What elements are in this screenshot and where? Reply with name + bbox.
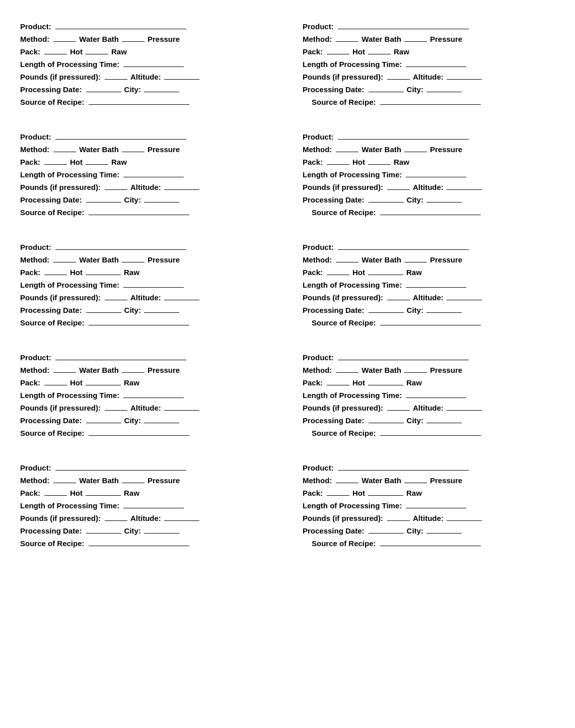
processing-time-blank[interactable] xyxy=(406,500,466,508)
pounds-blank[interactable] xyxy=(387,182,410,190)
pounds-blank[interactable] xyxy=(387,72,410,80)
product-blank[interactable] xyxy=(338,242,469,250)
product-blank[interactable] xyxy=(55,242,186,250)
city-blank[interactable] xyxy=(426,415,462,423)
pack-blank-2[interactable] xyxy=(86,488,121,496)
city-blank[interactable] xyxy=(426,305,462,313)
altitude-blank[interactable] xyxy=(447,513,482,521)
product-blank[interactable] xyxy=(55,352,186,360)
pounds-blank[interactable] xyxy=(105,292,127,300)
date-blank[interactable] xyxy=(369,84,404,92)
method-blank-1[interactable] xyxy=(53,475,76,483)
city-blank[interactable] xyxy=(144,194,179,203)
date-blank[interactable] xyxy=(369,415,404,423)
pack-blank-1[interactable] xyxy=(327,488,349,496)
method-blank-2[interactable] xyxy=(404,144,427,152)
pounds-blank[interactable] xyxy=(105,513,127,521)
method-blank-1[interactable] xyxy=(53,254,76,262)
source-blank[interactable] xyxy=(89,97,189,105)
product-blank[interactable] xyxy=(338,21,469,29)
pounds-blank[interactable] xyxy=(105,182,127,190)
pack-blank-2[interactable] xyxy=(86,157,108,165)
pack-blank-2[interactable] xyxy=(368,488,403,496)
processing-time-blank[interactable] xyxy=(406,280,466,288)
processing-time-blank[interactable] xyxy=(406,390,466,398)
pack-blank-1[interactable] xyxy=(44,488,67,496)
pack-blank-1[interactable] xyxy=(327,267,349,275)
method-blank-1[interactable] xyxy=(336,144,358,152)
method-blank-2[interactable] xyxy=(122,34,145,42)
date-blank[interactable] xyxy=(86,194,121,203)
date-blank[interactable] xyxy=(369,305,404,313)
method-blank-1[interactable] xyxy=(336,34,358,42)
pack-blank-1[interactable] xyxy=(327,377,349,385)
processing-time-blank[interactable] xyxy=(123,280,184,288)
date-blank[interactable] xyxy=(86,305,121,313)
processing-time-blank[interactable] xyxy=(123,500,184,508)
product-blank[interactable] xyxy=(55,462,186,471)
altitude-blank[interactable] xyxy=(164,72,199,80)
product-blank[interactable] xyxy=(55,131,186,140)
method-blank-2[interactable] xyxy=(122,254,145,262)
source-blank[interactable] xyxy=(380,207,481,215)
source-blank[interactable] xyxy=(89,428,189,436)
pounds-blank[interactable] xyxy=(387,292,410,300)
date-blank[interactable] xyxy=(369,525,404,534)
pack-blank-2[interactable] xyxy=(368,157,391,165)
date-blank[interactable] xyxy=(86,415,121,423)
altitude-blank[interactable] xyxy=(447,403,482,411)
city-blank[interactable] xyxy=(144,415,179,423)
method-blank-1[interactable] xyxy=(53,365,76,373)
source-blank[interactable] xyxy=(380,97,481,105)
source-blank[interactable] xyxy=(380,538,481,546)
method-blank-2[interactable] xyxy=(122,475,145,483)
altitude-blank[interactable] xyxy=(447,182,482,190)
pack-blank-1[interactable] xyxy=(44,267,67,275)
pack-blank-1[interactable] xyxy=(327,157,349,165)
pounds-blank[interactable] xyxy=(105,72,127,80)
pack-blank-1[interactable] xyxy=(44,157,67,165)
pack-blank-1[interactable] xyxy=(327,46,349,54)
city-blank[interactable] xyxy=(144,84,179,92)
method-blank-1[interactable] xyxy=(336,365,358,373)
product-blank[interactable] xyxy=(338,462,469,471)
method-blank-1[interactable] xyxy=(336,254,358,262)
pounds-blank[interactable] xyxy=(387,513,410,521)
date-blank[interactable] xyxy=(86,525,121,534)
processing-time-blank[interactable] xyxy=(123,390,184,398)
city-blank[interactable] xyxy=(426,84,462,92)
processing-time-blank[interactable] xyxy=(123,169,184,177)
pack-blank-2[interactable] xyxy=(368,46,391,54)
product-blank[interactable] xyxy=(55,21,186,29)
method-blank-2[interactable] xyxy=(404,365,427,373)
pack-blank-2[interactable] xyxy=(368,377,403,385)
processing-time-blank[interactable] xyxy=(123,59,184,67)
method-blank-1[interactable] xyxy=(53,34,76,42)
pounds-blank[interactable] xyxy=(387,403,410,411)
pack-blank-2[interactable] xyxy=(86,46,108,54)
method-blank-1[interactable] xyxy=(53,144,76,152)
altitude-blank[interactable] xyxy=(447,292,482,300)
product-blank[interactable] xyxy=(338,131,469,140)
method-blank-2[interactable] xyxy=(122,365,145,373)
pack-blank-2[interactable] xyxy=(368,267,403,275)
altitude-blank[interactable] xyxy=(164,182,199,190)
processing-time-blank[interactable] xyxy=(406,59,466,67)
altitude-blank[interactable] xyxy=(164,403,199,411)
source-blank[interactable] xyxy=(380,317,481,325)
method-blank-2[interactable] xyxy=(122,144,145,152)
altitude-blank[interactable] xyxy=(164,292,199,300)
method-blank-2[interactable] xyxy=(404,254,427,262)
altitude-blank[interactable] xyxy=(447,72,482,80)
pack-blank-1[interactable] xyxy=(44,377,67,385)
pounds-blank[interactable] xyxy=(105,403,127,411)
city-blank[interactable] xyxy=(426,525,462,534)
processing-time-blank[interactable] xyxy=(406,169,466,177)
altitude-blank[interactable] xyxy=(164,513,199,521)
city-blank[interactable] xyxy=(144,525,179,534)
method-blank-2[interactable] xyxy=(404,475,427,483)
city-blank[interactable] xyxy=(426,194,462,203)
source-blank[interactable] xyxy=(89,538,189,546)
date-blank[interactable] xyxy=(86,84,121,92)
pack-blank-2[interactable] xyxy=(86,267,121,275)
